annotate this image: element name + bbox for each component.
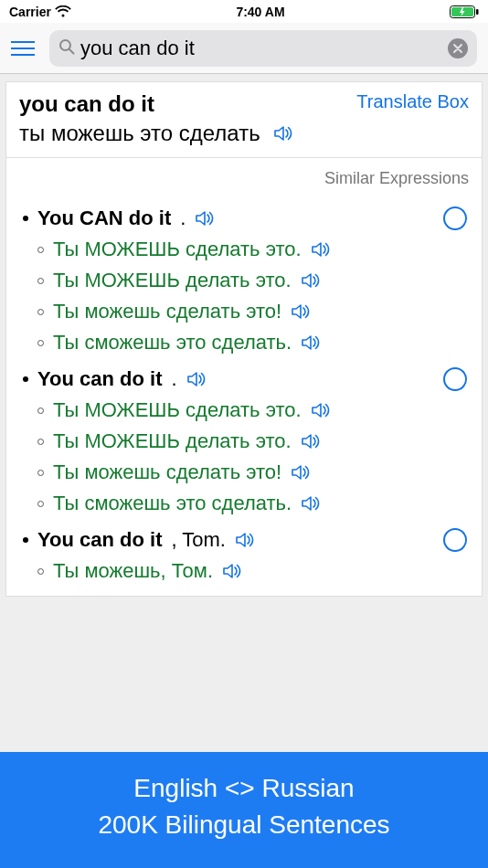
speaker-icon[interactable] — [195, 209, 215, 228]
speaker-icon[interactable] — [291, 463, 311, 482]
speaker-icon[interactable] — [291, 302, 311, 321]
speaker-icon[interactable] — [301, 494, 321, 513]
expression-head: You can do it, Tom. — [19, 528, 469, 552]
sub-bullet-icon — [37, 470, 44, 476]
sub-bullet-icon — [37, 568, 44, 575]
search-input[interactable] — [80, 37, 442, 60]
expression-list: You CAN do it.Ты МОЖЕШЬ сделать это.Ты М… — [6, 206, 482, 596]
speaker-icon[interactable] — [235, 531, 255, 549]
status-right — [450, 5, 479, 18]
translation-row: Ты можешь, Том. — [19, 559, 469, 583]
translation-text: Ты сможешь это сделать. — [53, 331, 292, 355]
result-card: you can do it Translate Box ты можешь эт… — [5, 81, 483, 597]
expression-block: You CAN do it.Ты МОЖЕШЬ сделать это.Ты М… — [19, 206, 469, 355]
translation-row: Ты МОЖЕШЬ сделать это. — [19, 398, 469, 422]
expression-head: You can do it. — [19, 367, 469, 391]
select-radio[interactable] — [443, 206, 467, 230]
translation-row: Ты можешь сделать это! — [19, 460, 469, 484]
result-translation: ты можешь это сделать — [19, 121, 260, 146]
translation-row: Ты сможешь это сделать. — [19, 331, 469, 355]
translation-text: Ты можешь, Том. — [53, 559, 213, 583]
translation-text: Ты МОЖЕШЬ делать это. — [53, 269, 292, 292]
expression-head-tail: , Tom. — [171, 528, 226, 552]
wifi-icon — [55, 5, 71, 18]
speaker-icon[interactable] — [311, 240, 331, 259]
status-time: 7:40 AM — [236, 5, 284, 19]
card-header: you can do it Translate Box ты можешь эт… — [6, 82, 482, 158]
select-radio[interactable] — [443, 367, 467, 391]
translation-row: Ты МОЖЕШЬ сделать это. — [19, 238, 469, 261]
translation-row: Ты МОЖЕШЬ делать это. — [19, 269, 469, 292]
expression-head-tail: . — [180, 206, 186, 230]
svg-line-4 — [69, 49, 74, 54]
translation-text: Ты МОЖЕШЬ сделать это. — [53, 398, 302, 422]
speaker-icon[interactable] — [301, 333, 321, 352]
sub-bullet-icon — [37, 309, 44, 315]
promo-banner: English <> Russian 200K Bilingual Senten… — [0, 752, 488, 868]
battery-icon — [450, 5, 479, 18]
speaker-icon[interactable] — [301, 271, 321, 290]
translation-text: Ты можешь сделать это! — [53, 460, 281, 484]
bullet-icon — [23, 216, 28, 221]
status-left: Carrier — [9, 5, 71, 19]
translation-text: Ты МОЖЕШЬ делать это. — [53, 429, 292, 453]
speaker-icon[interactable] — [301, 432, 321, 450]
carrier-label: Carrier — [9, 5, 51, 19]
speaker-icon[interactable] — [222, 562, 242, 580]
translation-text: Ты МОЖЕШЬ сделать это. — [53, 238, 302, 261]
nav-bar — [0, 23, 488, 74]
search-field[interactable] — [49, 30, 477, 67]
translation-row: Ты МОЖЕШЬ делать это. — [19, 429, 469, 453]
banner-line-2: 200K Bilingual Sentences — [9, 807, 479, 844]
sub-bullet-icon — [37, 278, 44, 284]
svg-rect-2 — [476, 9, 479, 15]
sub-bullet-icon — [37, 340, 44, 346]
speaker-icon[interactable] — [273, 124, 293, 143]
expression-block: You can do it, Tom.Ты можешь, Том. — [19, 528, 469, 583]
expression-head: You CAN do it. — [19, 206, 469, 230]
similar-expressions-label: Similar Expressions — [6, 158, 482, 194]
status-bar: Carrier 7:40 AM — [0, 0, 488, 23]
search-icon — [58, 38, 75, 58]
menu-button[interactable] — [11, 34, 40, 63]
expression-head-tail: . — [171, 367, 176, 391]
result-translation-row: ты можешь это сделать — [19, 121, 469, 146]
expression-head-text: You CAN do it — [37, 206, 171, 230]
sub-bullet-icon — [37, 439, 44, 445]
clear-search-button[interactable] — [448, 38, 468, 58]
expression-block: You can do it.Ты МОЖЕШЬ сделать это.Ты М… — [19, 367, 469, 515]
select-radio[interactable] — [443, 528, 467, 552]
sub-bullet-icon — [37, 408, 44, 414]
translation-row: Ты можешь сделать это! — [19, 300, 469, 323]
sub-bullet-icon — [37, 501, 44, 507]
translate-box-link[interactable]: Translate Box — [356, 91, 469, 112]
speaker-icon[interactable] — [311, 401, 331, 419]
sub-bullet-icon — [37, 247, 44, 253]
bullet-icon — [23, 376, 28, 382]
expression-head-text: You can do it — [37, 367, 162, 391]
translation-text: Ты сможешь это сделать. — [53, 492, 292, 515]
translation-row: Ты сможешь это сделать. — [19, 492, 469, 515]
speaker-icon[interactable] — [186, 370, 207, 388]
translation-text: Ты можешь сделать это! — [53, 300, 281, 323]
bullet-icon — [23, 537, 28, 543]
banner-line-1: English <> Russian — [9, 770, 479, 808]
expression-head-text: You can do it — [37, 528, 162, 552]
